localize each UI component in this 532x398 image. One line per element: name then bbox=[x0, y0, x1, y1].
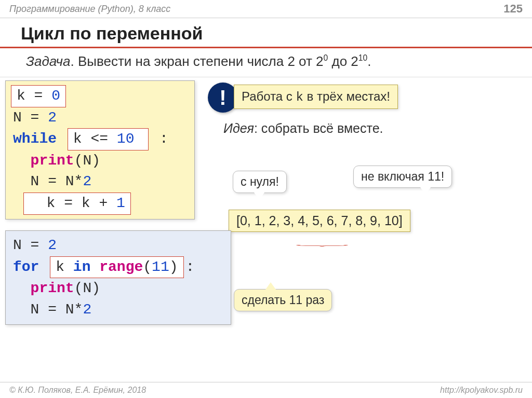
range-sequence: [0, 1, 2, 3, 4, 5, 6, 7, 8, 9, 10] bbox=[229, 210, 410, 232]
code-block-while: k = 0 N = 2 while k <= 10 : print(N) N =… bbox=[5, 80, 195, 219]
content-area: k = 0 N = 2 while k <= 10 : print(N) N =… bbox=[0, 77, 532, 383]
slide-title: Цикл по переменной bbox=[21, 23, 521, 44]
callout-not-including-11: не включая 11! bbox=[353, 166, 452, 188]
note-three-places: Работа с k в трёх местах! bbox=[234, 85, 398, 109]
footer-url: http://kpolyakov.spb.ru bbox=[440, 386, 523, 395]
callout-do-11-times: сделать 11 раз bbox=[234, 289, 332, 311]
callout-from-zero: с нуля! bbox=[233, 171, 287, 193]
task-lead: Задача bbox=[26, 53, 70, 69]
task-exp-1: 10 bbox=[358, 53, 367, 62]
task-line: Задача. Вывести на экран степени числа 2… bbox=[0, 48, 532, 77]
task-text-2: до 2 bbox=[328, 53, 358, 69]
code-block-for: N = 2 for k in range(11) : print(N) N = … bbox=[5, 230, 231, 325]
code-line: print(N) bbox=[13, 278, 223, 299]
code-line: k = 0 bbox=[13, 85, 187, 107]
brace-icon: ⏟ bbox=[296, 238, 348, 247]
task-text-3: . bbox=[367, 53, 371, 69]
code-line: N = N*2 bbox=[13, 299, 223, 321]
code-line: for k in range(11) : bbox=[13, 256, 223, 279]
code-line: N = N*2 bbox=[13, 171, 187, 193]
footer-copyright: © К.Ю. Поляков, Е.А. Ерёмин, 2018 bbox=[9, 386, 146, 395]
task-text-1: . Вывести на экран степени числа 2 от 2 bbox=[70, 53, 323, 69]
page-number: 125 bbox=[503, 2, 523, 16]
task-exp-0: 0 bbox=[324, 53, 328, 62]
code-line: while k <= 10 : bbox=[13, 128, 187, 150]
code-line: k = k + 1 bbox=[13, 193, 187, 215]
title-section: Цикл по переменной bbox=[0, 18, 532, 48]
idea-line: Идея: собрать всё вместе. bbox=[223, 121, 383, 136]
code-line: N = 2 bbox=[13, 235, 223, 256]
footer: © К.Ю. Поляков, Е.А. Ерёмин, 2018 http:/… bbox=[0, 382, 532, 398]
code-line: print(N) bbox=[13, 150, 187, 172]
code-line: N = 2 bbox=[13, 107, 187, 129]
course-label: Программирование (Python), 8 класс bbox=[9, 4, 170, 15]
top-bar: Программирование (Python), 8 класс 125 bbox=[0, 0, 532, 18]
